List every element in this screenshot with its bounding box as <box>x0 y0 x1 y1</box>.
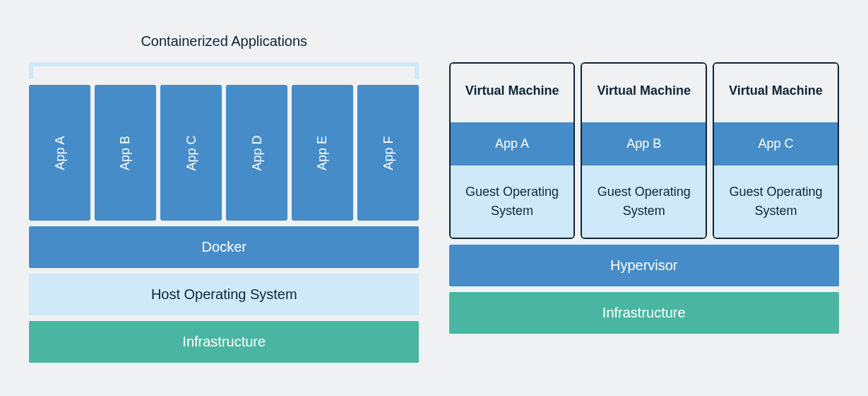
container-infra-layer: Infrastructure <box>29 321 419 363</box>
vm-app-b: App B <box>582 122 706 165</box>
vm-box-b: Virtual Machine App B Guest Operating Sy… <box>581 62 707 239</box>
vm-header: Virtual Machine <box>714 64 838 122</box>
vm-header: Virtual Machine <box>582 64 706 122</box>
vm-panel: Virtual Machine App A Guest Operating Sy… <box>449 62 839 334</box>
container-app-e: App E <box>292 85 353 221</box>
vm-box-c: Virtual Machine App C Guest Operating Sy… <box>713 62 839 239</box>
host-os-layer: Host Operating System <box>29 274 419 315</box>
container-app-c: App C <box>160 85 222 221</box>
container-panel: Containerized Applications App A App B A… <box>29 33 419 363</box>
docker-layer: Docker <box>29 226 419 268</box>
vm-header: Virtual Machine <box>451 64 574 122</box>
vm-box-a: Virtual Machine App A Guest Operating Sy… <box>449 62 576 239</box>
container-apps-row: App A App B App C App D App E App F <box>29 85 419 221</box>
vms-row: Virtual Machine App A Guest Operating Sy… <box>449 62 839 239</box>
vm-os-b: Guest Operating System <box>582 165 706 238</box>
container-title: Containerized Applications <box>29 33 419 50</box>
vm-app-c: App C <box>714 122 838 165</box>
container-app-d: App D <box>226 85 287 221</box>
bracket-icon <box>29 62 419 79</box>
vm-os-a: Guest Operating System <box>451 165 574 238</box>
container-app-f: App F <box>357 85 419 221</box>
container-app-a: App A <box>29 85 90 221</box>
vm-infra-layer: Infrastructure <box>449 292 839 334</box>
vm-app-a: App A <box>451 122 574 165</box>
vm-os-c: Guest Operating System <box>714 165 838 238</box>
container-app-b: App B <box>95 85 156 221</box>
hypervisor-layer: Hypervisor <box>449 245 839 286</box>
